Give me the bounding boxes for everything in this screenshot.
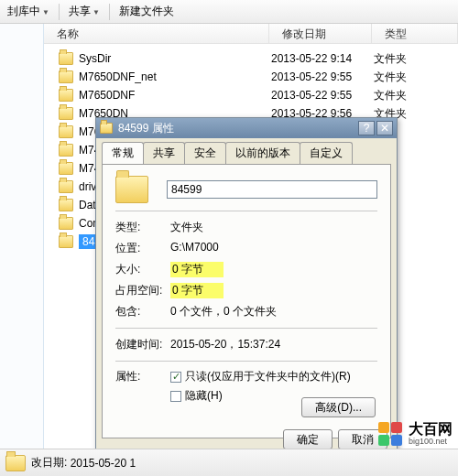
- table-row[interactable]: M7650DNF_net2013-05-22 9:55文件夹: [44, 68, 458, 86]
- table-row[interactable]: M7650DNF2013-05-22 9:55文件夹: [44, 86, 458, 104]
- new-folder-button[interactable]: 新建文件夹: [115, 4, 178, 19]
- file-date: 2013-05-22 9:55: [269, 70, 372, 83]
- advanced-button[interactable]: 高级(D)...: [301, 397, 376, 417]
- tab-general[interactable]: 常规: [102, 142, 144, 164]
- tab-share[interactable]: 共享: [143, 142, 185, 164]
- hidden-checkbox[interactable]: [170, 391, 181, 402]
- folder-icon: [100, 123, 113, 134]
- include-in-library[interactable]: 刲库中▼: [4, 4, 53, 19]
- file-type: 文件夹: [372, 70, 458, 85]
- titlebar[interactable]: 84599 属性 ? ✕: [96, 118, 397, 138]
- folder-icon: [59, 217, 73, 230]
- folder-icon: [5, 455, 26, 471]
- value-contains: 0 个文件，0 个文件夹: [170, 304, 377, 319]
- watermark-logo: [377, 421, 403, 447]
- folder-icon: [59, 199, 73, 211]
- ok-button[interactable]: 确定: [283, 429, 333, 449]
- file-type: 文件夹: [372, 51, 458, 67]
- col-name[interactable]: 名称: [44, 24, 269, 43]
- navigation-pane[interactable]: [0, 24, 44, 449]
- col-type[interactable]: 类型: [372, 24, 458, 43]
- folder-icon: [59, 89, 73, 102]
- chevron-down-icon: ▼: [93, 8, 100, 16]
- file-type: 文件夹: [372, 88, 458, 103]
- file-name: M7650DNF: [79, 89, 135, 102]
- watermark: 大百网 big100.net: [377, 421, 453, 447]
- label-type: 类型:: [115, 220, 170, 235]
- tab-security[interactable]: 安全: [184, 142, 226, 164]
- col-date[interactable]: 修改日期: [269, 24, 372, 43]
- watermark-title: 大百网: [409, 421, 453, 438]
- label-size-on-disk: 占用空间:: [115, 283, 170, 298]
- file-name: M7650DNF_net: [79, 70, 157, 83]
- help-button[interactable]: ?: [358, 121, 375, 135]
- status-date-value: 2015-05-20 1: [71, 457, 136, 470]
- folder-icon: [59, 70, 73, 83]
- folder-icon: [59, 180, 73, 193]
- folder-icon: [59, 235, 73, 248]
- table-row[interactable]: SysDir2013-05-22 9:14文件夹: [44, 49, 458, 68]
- column-headers[interactable]: 名称 修改日期 类型: [44, 24, 458, 44]
- file-date: 2013-05-22 9:55: [269, 89, 372, 102]
- folder-icon: [59, 162, 73, 175]
- dialog-title: 84599 属性: [118, 121, 174, 136]
- readonly-checkbox[interactable]: ✓: [170, 372, 181, 383]
- share-menu[interactable]: 共享▼: [65, 4, 104, 19]
- tab-body-general: 类型:文件夹 位置:G:\M7000 大小:0 字节 占用空间:0 字节 包含:…: [102, 164, 391, 438]
- folder-icon: [59, 125, 73, 138]
- tab-strip: 常规 共享 安全 以前的版本 自定义: [96, 138, 397, 164]
- label-created: 创建时间:: [115, 337, 170, 352]
- status-bar: 改日期: 2015-05-20 1: [0, 449, 458, 476]
- folder-name-input[interactable]: [167, 180, 377, 199]
- value-type: 文件夹: [170, 220, 377, 235]
- close-button[interactable]: ✕: [376, 121, 393, 135]
- label-attributes: 属性:: [115, 369, 170, 384]
- hidden-label: 隐藏(H): [185, 388, 223, 404]
- folder-icon: [115, 176, 148, 203]
- value-created: 2015-05-20，15:37:24: [170, 337, 377, 352]
- folder-icon: [59, 107, 73, 120]
- readonly-label: 只读(仅应用于文件夹中的文件)(R): [185, 369, 351, 384]
- chevron-down-icon: ▼: [42, 8, 49, 16]
- value-location: G:\M7000: [170, 241, 377, 256]
- tab-previous-versions[interactable]: 以前的版本: [225, 142, 300, 164]
- folder-icon: [59, 52, 73, 65]
- watermark-url: big100.net: [409, 438, 453, 447]
- label-size: 大小:: [115, 262, 170, 277]
- value-size: 0 字节: [170, 262, 224, 277]
- folder-icon: [59, 144, 73, 157]
- toolbar: 刲库中▼ 共享▼ 新建文件夹: [0, 0, 458, 24]
- status-date-label: 改日期:: [31, 455, 67, 471]
- label-location: 位置:: [115, 241, 170, 256]
- label-contains: 包含:: [115, 304, 170, 319]
- properties-dialog: 84599 属性 ? ✕ 常规 共享 安全 以前的版本 自定义 类型:文件夹 位…: [95, 117, 398, 456]
- file-name: SysDir: [79, 52, 111, 65]
- value-size-on-disk: 0 字节: [170, 283, 224, 298]
- tab-custom[interactable]: 自定义: [300, 142, 353, 164]
- file-date: 2013-05-22 9:14: [269, 52, 372, 65]
